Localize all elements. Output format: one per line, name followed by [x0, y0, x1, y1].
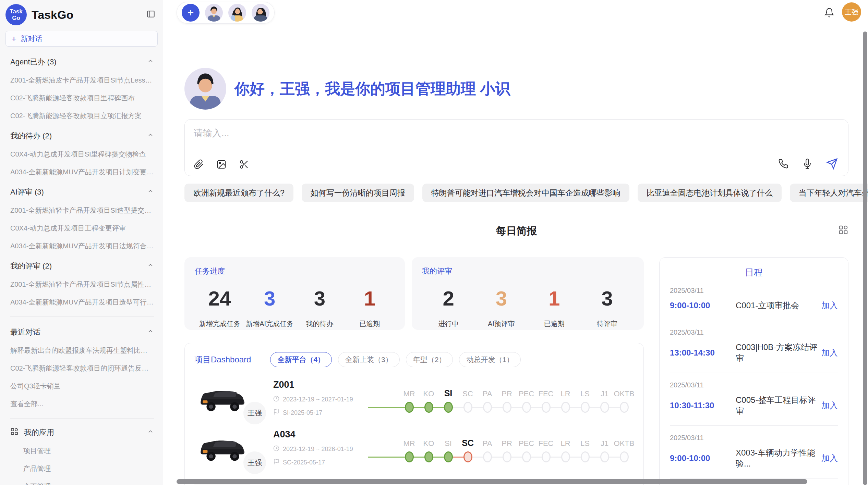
sidebar-item[interactable]: A034-全新新能源MUV产品开发项目造型可行性评审 [10, 298, 154, 307]
flag-icon [273, 459, 279, 467]
sidebar-item-product-mgmt[interactable]: 产品管理 [23, 464, 154, 473]
project-row[interactable]: 王强 Z001 2023-12-19 ~ 2027-01-19 [194, 380, 634, 417]
join-button[interactable]: 加入 [821, 300, 838, 311]
suggestion-chip[interactable]: 比亚迪全固态电池计划具体说了什么 [638, 184, 782, 202]
suggestion-chip[interactable]: 如何写一份清晰的项目周报 [302, 184, 414, 202]
milestone-node: KO [419, 434, 438, 462]
project-dashboard-card: 项目Dashboard 全新平台（4） 全新上装（3） 年型（2） 动总开发（1… [184, 343, 644, 485]
milestone-node: LR [556, 434, 575, 462]
vertical-scrollbar[interactable] [863, 32, 867, 485]
chevron-up-icon [147, 328, 154, 337]
milestone-node: PEC [517, 384, 536, 413]
sidebar-section-my-apps[interactable]: 我的应用 [10, 427, 154, 438]
divider [10, 316, 154, 317]
join-button[interactable]: 加入 [821, 453, 838, 464]
notifications-bell-icon[interactable] [824, 8, 834, 19]
send-icon[interactable] [826, 158, 838, 170]
stat: 1已逾期 [345, 287, 395, 328]
sidebar-item-change-mgmt[interactable]: 变更管理 [23, 482, 154, 485]
milestone-node: FEC [536, 434, 556, 462]
sidebar-item[interactable]: Z001-全新燃油皮卡产品开发项目SI节点Lesson Learn报告 [10, 76, 154, 85]
milestone-node: PA [478, 384, 497, 413]
divider [670, 478, 838, 478]
input-tools [194, 159, 249, 170]
chat-input[interactable]: 请输入... [184, 119, 848, 176]
flag-icon [273, 409, 279, 417]
project-row[interactable]: 王强 A034 2023-12-19 ~ 2026-01-19 [194, 429, 634, 467]
sidebar-item[interactable]: C02-飞腾新能源轻客改款项目里程碑画布 [10, 94, 154, 103]
milestone-node: OKTB [614, 434, 634, 462]
sidebar-item-project-mgmt[interactable]: 项目管理 [23, 446, 154, 456]
chevron-up-icon [147, 132, 154, 140]
microphone-icon[interactable] [802, 159, 812, 169]
main-content: 你好，王强，我是你的项目管理助理 小识 请输入... 欧洲新规最近颁布了什么? … [163, 68, 868, 485]
sidebar-item[interactable]: A034-全新新能源MUV产品开发项目法规符合性评审 [10, 241, 154, 251]
stat: 2进行中 [422, 287, 475, 328]
suggestion-chip[interactable]: 特朗普可能对进口汽车增税会对中国车企造成哪些影响 [422, 184, 629, 202]
filter-chip[interactable]: 全新上装（3） [338, 352, 400, 367]
sidebar-item[interactable]: C0X4-动力总成开发项目SI里程碑提交物检查 [10, 150, 154, 159]
stat: 1已逾期 [528, 287, 581, 328]
sidebar-section-ai-review[interactable]: AI评审 (3) [10, 187, 154, 197]
my-review-card: 我的评审 2进行中 3AI预评审 1已逾期 3待评审 [412, 257, 644, 330]
schedule-item: 2025/03/11 10:30-11:30 C005-整车工程目标评审 加入 [670, 381, 838, 416]
section-title: Agent已办 (3) [10, 57, 57, 67]
owner-badge: 王强 [242, 450, 268, 476]
suggestion-chip[interactable]: 当下年轻人对汽车外观有怎样的喜好趋势 [790, 184, 868, 202]
filter-chip[interactable]: 年型（2） [406, 352, 453, 367]
chevron-up-icon [147, 188, 154, 197]
milestone-node: LS [575, 384, 595, 413]
sidebar-item[interactable]: Z001-全新燃油轻卡产品开发项目SI节点属性5D文件评审 [10, 280, 154, 289]
collapse-sidebar-icon[interactable] [146, 10, 155, 20]
sidebar-item[interactable]: C02-飞腾新能源轻客改款项目立项汇报方案 [10, 111, 154, 121]
milestone-node: MR [399, 384, 419, 413]
section-title: 我的评审 (2) [10, 261, 52, 271]
suggestion-chips: 欧洲新规最近颁布了什么? 如何写一份清晰的项目周报 特朗普可能对进口汽车增税会对… [184, 184, 848, 202]
event-title: X003-车辆动力学性能验... [736, 447, 821, 469]
chevron-up-icon [147, 262, 154, 271]
section-title: 最近对话 [10, 327, 40, 337]
sidebar-section-recent-chats[interactable]: 最近对话 [10, 327, 154, 337]
sidebar-item[interactable]: 解释最新出台的欧盟报废车法规再生塑料比例被调至15%... [10, 346, 154, 355]
join-button[interactable]: 加入 [821, 400, 838, 411]
filter-chip[interactable]: 动总开发（1） [459, 352, 521, 367]
daily-brief-header: 每日简报 [184, 224, 848, 238]
layout-grid-icon[interactable] [838, 225, 848, 236]
sidebar-section-agent-done[interactable]: Agent已办 (3) [10, 57, 154, 67]
chevron-up-icon [147, 58, 154, 66]
new-chat-button[interactable]: + 新对话 [5, 31, 158, 47]
screenshot-scissors-icon[interactable] [239, 159, 249, 170]
milestone-timeline: MRKOSISCPAPRPECFECLRLSJ1OKTB [368, 434, 634, 462]
schedule-item: 2025/03/11 13:00-14:30 C003|H0B-方案冻结评审 加… [670, 328, 838, 364]
suggestion-chip[interactable]: 欧洲新规最近颁布了什么? [184, 184, 293, 202]
section-title: 我的应用 [24, 427, 54, 438]
add-assistant-button[interactable]: + [182, 4, 200, 22]
milestone-node: PR [497, 434, 517, 462]
filter-chip[interactable]: 全新平台（4） [270, 352, 332, 367]
assistant-avatar-2[interactable] [228, 4, 246, 22]
sidebar-item[interactable]: Z001-全新燃油轻卡产品开发项目SI造型提交物评审 [10, 206, 154, 215]
sidebar-section-my-review[interactable]: 我的评审 (2) [10, 261, 154, 271]
join-button[interactable]: 加入 [821, 347, 838, 358]
sidebar-item[interactable]: A034-全新新能源MUV产品开发项目计划变更表编写 [10, 167, 154, 177]
milestone-node: PA [478, 434, 497, 462]
assistant-avatar-3[interactable] [252, 4, 269, 22]
clock-icon [273, 396, 279, 403]
event-title: C005-整车工程目标评审 [736, 395, 821, 416]
sidebar-item[interactable]: 公司Q3轻卡销量 [10, 382, 154, 391]
attachment-icon[interactable] [194, 159, 204, 170]
user-avatar[interactable]: 王强 [842, 2, 861, 22]
voice-call-icon[interactable] [778, 159, 788, 169]
sidebar-body: Agent已办 (3) Z001-全新燃油皮卡产品开发项目SI节点Lesson … [0, 57, 163, 485]
event-date: 2025/03/11 [670, 381, 838, 389]
sidebar-item-view-all[interactable]: 查看全部... [10, 399, 154, 409]
horizontal-scrollbar[interactable] [177, 479, 807, 484]
input-actions [778, 158, 838, 170]
divider [10, 418, 154, 419]
assistant-avatar-1[interactable] [205, 4, 223, 22]
image-upload-icon[interactable] [216, 159, 227, 170]
sidebar-item[interactable]: C0X4-动力总成开发项目工程变更评审 [10, 224, 154, 233]
stats-row: 任务进度 24新增完成任务 3新增AI完成任务 3我的待办 1已逾期 我的评审 [184, 257, 644, 330]
sidebar-section-my-todo[interactable]: 我的待办 (2) [10, 131, 154, 141]
sidebar-item[interactable]: C02-飞腾新能源轻客改款项目的闭环通告反馈情况 [10, 364, 154, 373]
